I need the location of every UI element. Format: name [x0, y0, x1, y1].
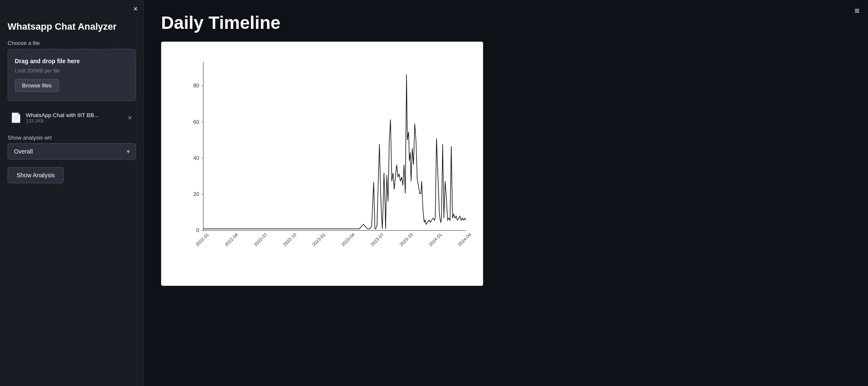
svg-text:2022-01: 2022-01 [195, 232, 210, 247]
file-dropzone[interactable]: Drag and drop file here Limit 200MB per … [8, 49, 136, 101]
chart-line [203, 74, 466, 229]
file-info: WhatsApp Chat with IIIT BB... 133.1KB [26, 112, 122, 123]
main-content: ≡ Daily Timeline 0 20 40 60 80 [144, 0, 868, 386]
svg-text:2022-07: 2022-07 [253, 232, 268, 247]
sidebar: × Whatsapp Chat Analyzer Choose a file D… [0, 0, 144, 386]
analysis-wrt-section: Show analysis wrt Overall Individual ▼ [8, 134, 136, 159]
svg-text:2024-01: 2024-01 [428, 232, 443, 247]
analysis-wrt-label: Show analysis wrt [8, 134, 136, 141]
svg-text:2023-01: 2023-01 [311, 232, 326, 247]
x-axis-labels: 2022-01 2022-04 2022-07 2022-10 2023-01 … [195, 232, 472, 247]
svg-text:2023-04: 2023-04 [340, 232, 356, 247]
svg-text:60: 60 [193, 119, 199, 125]
svg-text:40: 40 [193, 155, 199, 161]
analysis-dropdown[interactable]: Overall Individual [8, 143, 136, 159]
dropzone-limit: Limit 200MB per file [15, 68, 129, 74]
svg-text:2024-04: 2024-04 [457, 232, 472, 247]
show-analysis-button[interactable]: Show Analysis [8, 167, 64, 183]
svg-text:2023-07: 2023-07 [369, 232, 384, 247]
app-title: Whatsapp Chat Analyzer [8, 21, 136, 32]
dropzone-title: Drag and drop file here [15, 58, 129, 64]
select-wrapper: Overall Individual ▼ [8, 143, 136, 159]
file-remove-button[interactable]: × [126, 114, 134, 122]
browse-files-button[interactable]: Browse files [15, 79, 59, 92]
file-size: 133.1KB [26, 118, 122, 123]
svg-text:2023-10: 2023-10 [398, 232, 414, 247]
file-name: WhatsApp Chat with IIIT BB... [26, 112, 122, 118]
svg-text:0: 0 [196, 227, 199, 233]
daily-timeline-chart: 0 20 40 60 80 2022-01 2022-04 2022-07 20… [187, 50, 474, 263]
svg-text:20: 20 [193, 191, 199, 197]
page-title: Daily Timeline [161, 13, 851, 33]
chart-container: 0 20 40 60 80 2022-01 2022-04 2022-07 20… [161, 42, 483, 286]
file-item: 📄 WhatsApp Chat with IIIT BB... 133.1KB … [8, 109, 136, 127]
choose-file-section: Choose a file Drag and drop file here Li… [8, 40, 136, 101]
choose-file-label: Choose a file [8, 40, 136, 46]
svg-text:2022-04: 2022-04 [224, 232, 239, 247]
close-button[interactable]: × [133, 5, 138, 13]
svg-text:80: 80 [193, 83, 199, 89]
file-icon: 📄 [10, 112, 22, 123]
hamburger-menu-button[interactable]: ≡ [854, 6, 860, 16]
svg-text:2022-10: 2022-10 [282, 232, 297, 247]
